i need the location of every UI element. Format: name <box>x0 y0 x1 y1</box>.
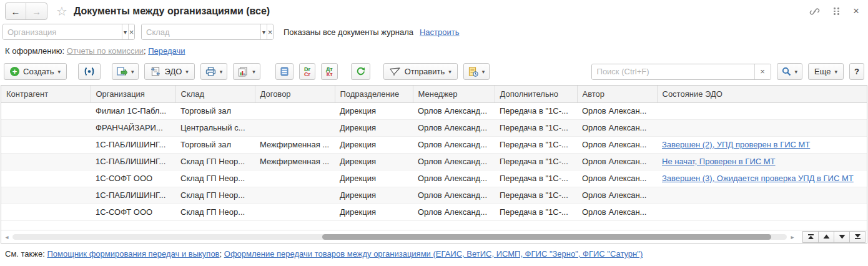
cell-contract[interactable] <box>255 187 335 204</box>
refresh-button[interactable] <box>351 63 370 80</box>
cell-author[interactable]: Орлов Алексан... <box>577 187 657 204</box>
search-settings-button[interactable]: ▾ <box>777 63 803 80</box>
cell-author[interactable]: Орлов Алексан... <box>577 102 657 119</box>
cell-edo_state[interactable]: Завершен (3), Ожидается проверка УПД в Г… <box>657 170 867 187</box>
deferred-button[interactable]: ▾ <box>463 63 490 80</box>
cell-contract[interactable] <box>255 119 335 136</box>
table-row[interactable]: 1С-ПАБЛИШИНГ...Торговый залМежфирменная … <box>1 136 867 153</box>
cell-organization[interactable]: Филиал 1С-Пабл... <box>91 102 175 119</box>
set-interval-button[interactable] <box>78 63 101 80</box>
column-header-author[interactable]: Автор <box>577 86 657 102</box>
cell-organization[interactable]: 1С-СОФТ ООО <box>91 204 175 220</box>
create-button[interactable]: + Создать▾ <box>4 63 67 80</box>
warehouse-filter-input[interactable] <box>142 24 260 39</box>
scrollbar-thumb[interactable] <box>322 234 771 240</box>
cell-author[interactable]: Орлов Алексан... <box>577 170 657 187</box>
organization-clear-icon[interactable]: × <box>128 24 134 39</box>
cell-contract[interactable] <box>255 102 335 119</box>
cell-additional[interactable]: Передача в "1С-... <box>495 170 577 187</box>
forward-button[interactable]: → <box>26 3 47 19</box>
cell-additional[interactable]: Передача в "1С-... <box>495 204 577 220</box>
column-header-contract[interactable]: Договор <box>255 86 335 102</box>
cell-department[interactable]: Дирекция <box>335 204 413 220</box>
commission-reports-link[interactable]: Отчеты по комиссии <box>67 46 144 56</box>
cell-manager[interactable]: Орлов Александ... <box>413 187 495 204</box>
warehouse-dropdown-icon[interactable]: ▾ <box>260 24 267 39</box>
cell-additional[interactable]: Передача в "1С-... <box>495 102 577 119</box>
close-icon[interactable]: × <box>853 5 859 17</box>
cell-edo_state[interactable] <box>657 102 867 119</box>
scroll-right-icon[interactable]: ▸ <box>788 234 797 240</box>
cell-department[interactable]: Дирекция <box>335 136 413 153</box>
cell-author[interactable]: Орлов Алексан... <box>577 153 657 170</box>
column-header-contragent[interactable]: Контрагент <box>1 86 91 102</box>
column-header-manager[interactable]: Менеджер <box>413 86 495 102</box>
back-button[interactable]: ← <box>6 3 26 19</box>
cell-edo_state[interactable]: Не начат, Проверен в ГИС МТ <box>657 153 867 170</box>
cell-edo_state[interactable] <box>657 119 867 136</box>
cell-department[interactable]: Дирекция <box>335 170 413 187</box>
table-row[interactable]: 1С-ПАБЛИШИНГ...Склад ГП Неор...ДирекцияО… <box>1 187 867 204</box>
table-row[interactable]: ФРАНЧАЙЗАРИ...Центральный с...ДирекцияОр… <box>1 119 867 136</box>
cell-organization[interactable]: 1С-ПАБЛИШИНГ... <box>91 136 175 153</box>
cell-manager[interactable]: Орлов Александ... <box>413 153 495 170</box>
cell-contragent[interactable] <box>1 187 91 204</box>
transfer-registration-link[interactable]: Оформление передачи товаров между органи… <box>224 249 643 259</box>
column-header-additional[interactable]: Дополнительно <box>495 86 577 102</box>
cell-organization[interactable]: ФРАНЧАЙЗАРИ... <box>91 119 175 136</box>
cell-contragent[interactable] <box>1 119 91 136</box>
cell-organization[interactable]: 1С-ПАБЛИШИНГ... <box>91 153 175 170</box>
table-row[interactable]: 1С-ПАБЛИШИНГ...Склад ГП Неор...Межфирмен… <box>1 153 867 170</box>
cell-contract[interactable] <box>255 204 335 220</box>
register-button[interactable] <box>275 63 293 80</box>
column-header-department[interactable]: Подразделение <box>335 86 413 102</box>
cell-manager[interactable]: Орлов Александ... <box>413 136 495 153</box>
cell-edo_state[interactable] <box>657 204 867 220</box>
cell-department[interactable]: Дирекция <box>335 119 413 136</box>
cell-author[interactable]: Орлов Алексан... <box>577 204 657 220</box>
cell-warehouse[interactable]: Центральный с... <box>175 119 255 136</box>
cell-warehouse[interactable]: Торговый зал <box>175 102 255 119</box>
row-up-button[interactable] <box>818 231 834 243</box>
column-header-organization[interactable]: Организация <box>91 86 175 102</box>
cell-edo_state[interactable]: Завершен (2), УПД проверен в ГИС МТ <box>657 136 867 153</box>
cell-organization[interactable]: 1С-СОФТ ООО <box>91 170 175 187</box>
scroll-left-icon[interactable]: ◂ <box>2 234 11 240</box>
help-button[interactable]: ? <box>849 63 864 80</box>
favorite-star-icon[interactable]: ☆ <box>56 5 67 17</box>
cell-contragent[interactable] <box>1 204 91 220</box>
cell-department[interactable]: Дирекция <box>335 153 413 170</box>
cell-department[interactable]: Дирекция <box>335 102 413 119</box>
table-row[interactable]: Филиал 1С-Пабл...Торговый залДирекцияОрл… <box>1 102 867 119</box>
row-down-button[interactable] <box>834 231 850 243</box>
transfer-helper-link[interactable]: Помощник формирования передач и выкупов <box>47 249 219 259</box>
cell-warehouse[interactable]: Склад ГП Неор... <box>175 153 255 170</box>
cell-warehouse[interactable]: Склад ГП Неор... <box>175 204 255 220</box>
cell-warehouse[interactable]: Склад ГП Неор... <box>175 170 255 187</box>
cell-warehouse[interactable]: Склад ГП Неор... <box>175 187 255 204</box>
column-header-warehouse[interactable]: Склад <box>175 86 255 102</box>
scrollbar-track[interactable] <box>12 234 787 240</box>
go-last-row-button[interactable] <box>849 231 866 243</box>
cell-additional[interactable]: Передача в "1С-... <box>495 153 577 170</box>
cell-contragent[interactable] <box>1 136 91 153</box>
cell-contragent[interactable] <box>1 153 91 170</box>
window-menu-icon[interactable] <box>834 7 839 15</box>
cell-department[interactable]: Дирекция <box>335 187 413 204</box>
cell-manager[interactable]: Орлов Александ... <box>413 119 495 136</box>
warehouse-clear-icon[interactable]: × <box>267 24 273 39</box>
cell-additional[interactable]: Передача в "1С-... <box>495 187 577 204</box>
cell-manager[interactable]: Орлов Александ... <box>413 204 495 220</box>
cell-contragent[interactable] <box>1 102 91 119</box>
create-based-on-button[interactable]: ▾ <box>112 63 139 80</box>
configure-filter-link[interactable]: Настроить <box>420 27 460 37</box>
organization-dropdown-icon[interactable]: ▾ <box>122 24 128 39</box>
edo-state-link[interactable]: Не начат, Проверен в ГИС МТ <box>662 157 776 166</box>
cell-contract[interactable] <box>255 170 335 187</box>
cell-edo_state[interactable] <box>657 187 867 204</box>
cell-contract[interactable]: Межфирменная ... <box>255 153 335 170</box>
cell-author[interactable]: Орлов Алексан... <box>577 119 657 136</box>
search-clear-icon[interactable]: × <box>754 64 771 79</box>
column-header-edo_state[interactable]: Состояние ЭДО <box>657 86 867 102</box>
search-input[interactable] <box>592 64 754 79</box>
